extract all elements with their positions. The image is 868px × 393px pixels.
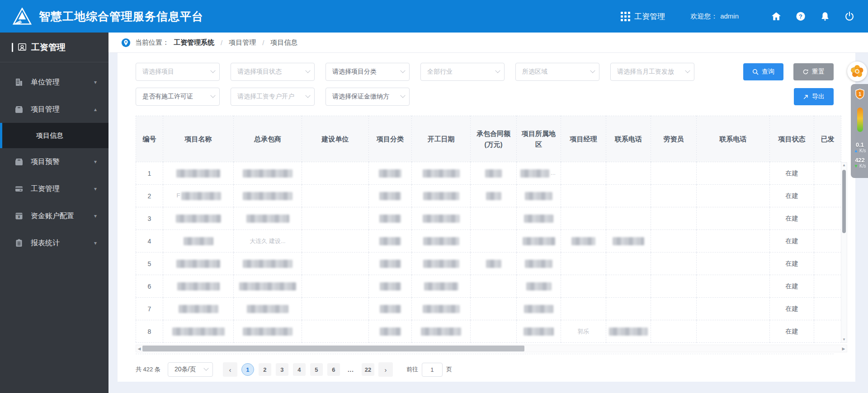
sidebar-item-project-warning[interactable]: 项目预警 ▾: [0, 148, 108, 175]
cell-laborer: [651, 207, 697, 230]
pager-page-6[interactable]: 6: [327, 363, 340, 376]
select-project[interactable]: 请选择项目: [136, 63, 220, 81]
breadcrumb: 当前位置： 工资管理系统 / 项目管理 / 项目信息: [108, 33, 868, 53]
scroll-down-arrow-icon[interactable]: ▼: [842, 337, 846, 342]
sidebar-item-project-management[interactable]: 项目管理 ▴: [0, 96, 108, 123]
page-size-select[interactable]: 20条/页: [168, 362, 213, 377]
upload-speed-unit: ▲ K/s: [854, 148, 866, 154]
cell-contractor: [234, 185, 302, 207]
column-header-paid: 已发: [814, 116, 841, 162]
pager-page-22[interactable]: 22: [362, 363, 374, 376]
scroll-left-arrow-icon[interactable]: ◀: [136, 346, 142, 351]
select-deposit-payer[interactable]: 请选择保证金缴纳方: [326, 88, 410, 106]
column-header-amount: 承包合同额(万元): [471, 116, 517, 162]
pager-page-4[interactable]: 4: [293, 363, 306, 376]
vertical-scrollbar[interactable]: ▲ ▼: [841, 162, 847, 343]
cell-no: 4: [136, 230, 163, 253]
breadcrumb-item-project-info[interactable]: 项目信息: [270, 38, 297, 47]
vertical-scrollbar-thumb[interactable]: [842, 170, 846, 233]
cell-phone2: [697, 320, 770, 343]
table-body: 1...在建2F在建3在建4大连久 建设...在建5在建6在建7在建8郭乐在建: [136, 162, 841, 343]
goto-page-input[interactable]: [422, 363, 443, 377]
power-icon[interactable]: [844, 11, 854, 21]
chevron-down-icon: [203, 366, 208, 371]
select-project-category[interactable]: 请选择项目分类: [326, 63, 410, 81]
breadcrumb-item-project-management[interactable]: 项目管理: [229, 38, 256, 47]
bell-icon[interactable]: [820, 11, 830, 21]
chevron-down-icon: [305, 68, 310, 73]
home-icon[interactable]: [771, 11, 781, 21]
cell-contractor: [234, 320, 302, 343]
cell-date: [412, 298, 471, 320]
browser-assistant-icon[interactable]: [847, 61, 867, 81]
cell-contractor: [234, 207, 302, 230]
redacted-content: [243, 169, 292, 178]
sidebar-item-fund-account-config[interactable]: ¥ 资金账户配置 ▾: [0, 202, 108, 229]
breadcrumb-root[interactable]: 工资管理系统: [174, 38, 214, 47]
main-content: 当前位置： 工资管理系统 / 项目管理 / 项目信息 请选择项目 请选择项目状态…: [108, 33, 868, 393]
sidebar-item-project-info-active[interactable]: 项目信息: [0, 123, 108, 148]
table-row[interactable]: 8郭乐在建: [136, 320, 841, 343]
module-switch-button[interactable]: 工资管理: [621, 11, 665, 22]
chevron-down-icon: [400, 93, 405, 98]
table-row[interactable]: 7在建: [136, 298, 841, 320]
table-row[interactable]: 3在建: [136, 207, 841, 230]
pager-page-5[interactable]: 5: [310, 363, 323, 376]
cell-category: [369, 230, 412, 253]
export-button[interactable]: 导出: [794, 88, 834, 105]
scroll-right-arrow-icon[interactable]: ▶: [840, 346, 847, 351]
reset-button[interactable]: 重置: [793, 63, 834, 80]
cell-amount: [471, 185, 517, 207]
cell-phone1: [606, 275, 651, 298]
cell-date: [412, 185, 471, 207]
pagination: 共 422 条 20条/页 ‹ 123456...22 › 前往 页: [136, 362, 834, 377]
sidebar-item-report-statistics[interactable]: 报表统计 ▾: [0, 229, 108, 257]
cell-laborer: [651, 253, 697, 275]
scroll-up-arrow-icon[interactable]: ▲: [842, 163, 846, 168]
chevron-down-icon: [305, 93, 310, 98]
sidebar-item-unit-management[interactable]: 单位管理 ▾: [0, 69, 108, 96]
cell-category: [369, 207, 412, 230]
apps-grid-icon: [621, 12, 630, 21]
redacted-content: [526, 282, 552, 290]
select-construction-permit[interactable]: 是否有施工许可证: [136, 88, 220, 106]
horizontal-scrollbar-thumb[interactable]: [142, 346, 524, 351]
cell-status: 在建: [770, 207, 814, 230]
refresh-icon: [802, 69, 809, 75]
cell-region: [517, 230, 561, 253]
table-row[interactable]: 5在建: [136, 253, 841, 275]
select-wage-account-bank[interactable]: 请选择工资专户开户: [231, 88, 315, 106]
select-industry[interactable]: 全部行业: [420, 63, 505, 81]
pager-prev-button[interactable]: ‹: [223, 362, 237, 377]
search-button[interactable]: 查询: [743, 63, 783, 80]
sidebar-item-wage-management[interactable]: 工资管理 ▾: [0, 175, 108, 202]
table-row[interactable]: 6在建: [136, 275, 841, 298]
filter-row-1: 请选择项目 请选择项目状态 请选择项目分类 全部行业 所选区域 请选择当月工资发…: [136, 63, 834, 81]
redacted-content: [246, 215, 289, 223]
select-project-status[interactable]: 请选择项目状态: [231, 63, 315, 81]
pager-page-1[interactable]: 1: [241, 363, 254, 376]
select-monthly-wage-paid[interactable]: 请选择当月工资发放: [610, 63, 694, 81]
table-row[interactable]: 2F在建: [136, 185, 841, 207]
table-row[interactable]: 1...在建: [136, 162, 841, 185]
cell-phone2: [697, 230, 770, 253]
redacted-content: [523, 237, 555, 245]
cell-paid: [814, 320, 841, 343]
cell-name: [163, 162, 234, 185]
pager-page-2[interactable]: 2: [259, 363, 271, 376]
pager-next-button[interactable]: ›: [378, 362, 393, 377]
select-region[interactable]: 所选区域: [515, 63, 599, 81]
project-box-icon: [14, 105, 24, 114]
pager-ellipsis[interactable]: ...: [344, 363, 357, 376]
speed-panel[interactable]: 1 0.1 ▲ K/s 422 ▼ K/s: [851, 84, 868, 178]
cell-phone2: [697, 275, 770, 298]
help-icon[interactable]: ?: [796, 11, 806, 21]
svg-text:¥: ¥: [18, 215, 20, 219]
horizontal-scrollbar[interactable]: ◀ ▶: [136, 345, 847, 352]
table-row[interactable]: 4大连久 建设...在建: [136, 230, 841, 253]
cell-paid: [814, 185, 841, 207]
cell-laborer: [651, 320, 697, 343]
cell-no: 7: [136, 298, 163, 320]
yuan-account-icon: ¥: [14, 211, 24, 220]
pager-page-3[interactable]: 3: [276, 363, 288, 376]
